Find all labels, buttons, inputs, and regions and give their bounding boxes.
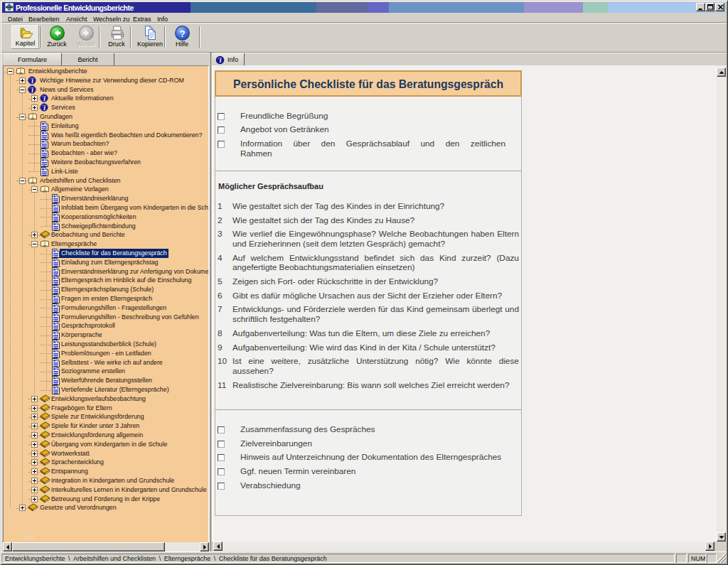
svg-text:i: i [31,85,33,93]
svg-text:i: i [43,95,46,102]
svg-text:i: i [31,76,33,84]
svg-text:i: i [220,56,222,64]
svg-text:?: ? [179,28,185,39]
svg-text:i: i [43,104,46,112]
